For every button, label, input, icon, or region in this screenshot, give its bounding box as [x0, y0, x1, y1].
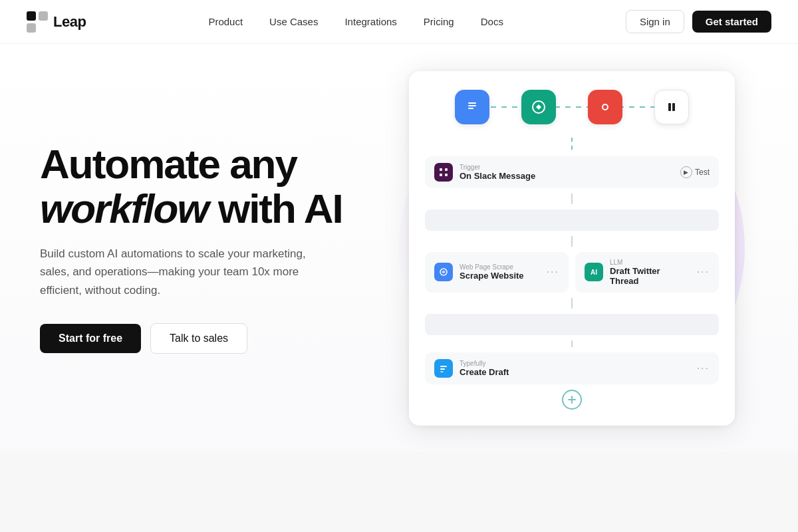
start-free-button[interactable]: Start for free [40, 324, 141, 353]
llm-name: Draft Twitter Thread [610, 266, 690, 286]
svg-rect-15 [445, 174, 448, 176]
hero-left: Automate any workflow with AI Build cust… [40, 142, 386, 353]
getstarted-button[interactable]: Get started [692, 11, 771, 33]
scrape-text: Web Page Scrape Scrape Website [460, 263, 524, 281]
hero-section: Automate any workflow with AI Build cust… [0, 44, 798, 452]
svg-rect-13 [445, 168, 448, 171]
svg-rect-5 [468, 105, 476, 106]
empty-block-2 [425, 314, 719, 335]
openai-icon [521, 90, 556, 124]
svg-rect-17 [440, 366, 447, 367]
nav-link-pricing[interactable]: Pricing [413, 11, 465, 33]
hero-title: Automate any workflow with AI [40, 142, 386, 231]
scrape-icon [434, 263, 453, 281]
mid-connector-1 [571, 194, 573, 204]
logo[interactable]: Leap [27, 11, 86, 33]
trigger-node: Trigger On Slack Message ▶ Test [425, 156, 719, 188]
talk-sales-button[interactable]: Talk to sales [150, 323, 247, 354]
nav-link-docs[interactable]: Docs [470, 11, 514, 33]
nav-links: Product Use Cases Integrations Pricing D… [198, 11, 514, 33]
test-button[interactable]: ▶ Test [680, 166, 710, 178]
svg-rect-19 [440, 371, 444, 372]
svg-rect-12 [440, 168, 442, 171]
logo-text: Leap [53, 13, 86, 31]
svg-rect-1 [39, 11, 48, 21]
scrape-name: Scrape Website [460, 271, 524, 281]
svg-rect-4 [468, 102, 476, 104]
hero-title-rest: with AI [208, 186, 342, 231]
svg-rect-2 [27, 23, 36, 33]
scrape-node: Web Page Scrape Scrape Website ··· [425, 252, 569, 293]
typefully-icon [434, 359, 453, 378]
hero-right: Trigger On Slack Message ▶ Test [386, 71, 758, 426]
mid-connector-4 [571, 340, 573, 347]
scrape-label: Web Page Scrape [460, 263, 524, 271]
svg-point-9 [603, 105, 607, 109]
publish-text: Typefully Create Draft [460, 360, 509, 377]
trigger-label: Trigger [460, 164, 535, 171]
red-icon [588, 90, 622, 124]
slack-icon [434, 163, 453, 182]
llm-text: LLM Draft Twitter Thread [610, 259, 690, 286]
svg-rect-10 [668, 103, 671, 111]
logo-icon [27, 11, 48, 33]
svg-rect-14 [440, 174, 442, 176]
llm-menu-dots[interactable]: ··· [697, 266, 710, 278]
hero-subtitle: Build custom AI automations to scale you… [40, 245, 332, 299]
svg-rect-11 [672, 103, 675, 111]
add-step-button[interactable] [562, 390, 582, 410]
pause-icon [654, 90, 689, 124]
mid-connector-2 [571, 236, 573, 247]
mid-connector-3 [571, 298, 573, 309]
llm-node: AI LLM Draft Twitter Thread ··· [575, 252, 719, 293]
signin-button[interactable]: Sign in [626, 10, 684, 33]
publish-menu-dots[interactable]: ··· [697, 362, 710, 374]
google-docs-icon [455, 90, 489, 124]
nav-link-integrations[interactable]: Integrations [334, 11, 407, 33]
hero-buttons: Start for free Talk to sales [40, 323, 386, 354]
publish-name: Create Draft [460, 367, 509, 377]
scrape-menu-dots[interactable]: ··· [547, 266, 559, 278]
hero-title-italic: workflow [40, 186, 208, 231]
workflow-card: Trigger On Slack Message ▶ Test [409, 71, 735, 426]
llm-label: LLM [610, 259, 690, 266]
workflow-top-icons [425, 90, 719, 124]
trigger-text: Trigger On Slack Message [460, 164, 535, 181]
svg-rect-3 [464, 99, 480, 115]
trigger-name: On Slack Message [460, 171, 535, 181]
svg-rect-6 [468, 108, 473, 109]
svg-rect-18 [440, 368, 445, 370]
test-circle: ▶ [680, 166, 692, 178]
test-label: Test [695, 168, 710, 177]
empty-block-1 [425, 209, 719, 231]
svg-rect-0 [27, 11, 36, 21]
bottom-section [0, 452, 798, 532]
workflow-row-two: Web Page Scrape Scrape Website ··· AI LL… [425, 252, 719, 293]
nav-actions: Sign in Get started [626, 10, 771, 33]
connector-dashes [459, 106, 685, 108]
nav-link-usecases[interactable]: Use Cases [259, 11, 329, 33]
publish-node: Typefully Create Draft ··· [425, 352, 719, 384]
navbar: Leap Product Use Cases Integrations Pric… [0, 0, 798, 44]
hero-title-line1: Automate any [40, 141, 297, 187]
nav-link-product[interactable]: Product [198, 11, 253, 33]
publish-label: Typefully [460, 360, 509, 367]
top-down-connector [571, 138, 573, 151]
llm-icon: AI [585, 263, 603, 281]
